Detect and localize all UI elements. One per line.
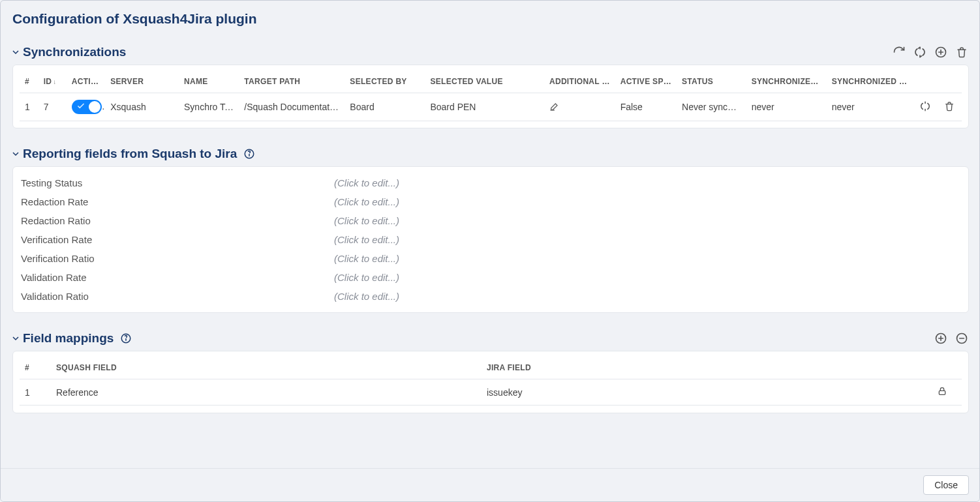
dialog-scroll-area[interactable]: Configuration of Xsquash4Jira plugin Syn… xyxy=(1,1,979,468)
report-value[interactable]: (Click to edit...) xyxy=(334,272,399,283)
report-row[interactable]: Validation Rate(Click to edit...) xyxy=(20,268,962,287)
cell-squash: Label xyxy=(51,406,482,414)
row-sync-button[interactable] xyxy=(919,100,932,112)
sort-down-icon: ↓ xyxy=(53,78,56,85)
col-squash[interactable]: SQUASH FIELD xyxy=(51,358,482,379)
col-active-sprint[interactable]: ACTIVE SPRINT xyxy=(615,72,677,93)
table-header-row: # SQUASH FIELD JIRA FIELD xyxy=(20,358,962,379)
col-selected-by[interactable]: SELECTED BY xyxy=(345,72,425,93)
report-label: Redaction Rate xyxy=(21,196,334,207)
report-row[interactable]: Redaction Rate(Click to edit...) xyxy=(20,192,962,211)
cell-sync-su: never xyxy=(827,93,913,121)
table-row[interactable]: 1 7 Xsquas xyxy=(20,93,962,121)
dialog-footer: Close xyxy=(1,468,979,501)
section-synchronizations: Synchronizations xyxy=(12,45,969,128)
section-header: Field mappings xyxy=(12,331,969,346)
check-icon xyxy=(76,102,85,111)
cell-name: Synchro Test xyxy=(179,93,239,121)
section-mappings: Field mappings xyxy=(12,331,969,413)
col-sync-su[interactable]: SYNCHRONIZED SU... xyxy=(827,72,913,93)
table-row[interactable]: 1 Reference issuekey xyxy=(20,379,962,406)
add-button[interactable] xyxy=(934,331,948,346)
section-reporting: Reporting fields from Squash to Jira Tes… xyxy=(12,147,969,313)
col-status[interactable]: STATUS xyxy=(677,72,746,93)
map-panel: # SQUASH FIELD JIRA FIELD 1 Reference is… xyxy=(12,351,969,413)
activation-toggle[interactable] xyxy=(72,100,102,114)
report-value[interactable]: (Click to edit...) xyxy=(334,234,399,245)
report-label: Verification Rate xyxy=(21,234,334,245)
report-row[interactable]: Verification Rate(Click to edit...) xyxy=(20,230,962,249)
section-header: Reporting fields from Squash to Jira xyxy=(12,147,969,161)
report-value[interactable]: (Click to edit...) xyxy=(334,291,399,302)
cell-selected-value: Board PEN xyxy=(425,93,544,121)
lock-icon xyxy=(936,412,949,413)
cell-sync-on: never xyxy=(746,93,827,121)
col-server[interactable]: SERVER xyxy=(105,72,179,93)
remove-button[interactable] xyxy=(955,331,969,346)
dialog-window: Configuration of Xsquash4Jira plugin Syn… xyxy=(0,0,980,502)
col-jql[interactable]: ADDITIONAL JQL xyxy=(544,72,615,93)
cell-jira: issuekey xyxy=(482,379,930,406)
sync-button[interactable] xyxy=(913,45,927,59)
section-title-wrap[interactable]: Field mappings xyxy=(12,331,132,346)
col-num[interactable]: # xyxy=(20,72,38,93)
cell-server: Xsquash xyxy=(105,93,179,121)
sync-table: # ID↓ ACTIVAT... SERVER NAME TARGET PATH… xyxy=(20,72,962,121)
cell-target: /Squash Documentatio... xyxy=(239,93,345,121)
svg-rect-5 xyxy=(939,391,945,394)
report-value[interactable]: (Click to edit...) xyxy=(334,253,399,264)
map-table: # SQUASH FIELD JIRA FIELD 1 Reference is… xyxy=(20,358,962,413)
map-toolbar xyxy=(934,331,969,346)
cell-active-sprint: False xyxy=(615,93,677,121)
section-title-wrap[interactable]: Reporting fields from Squash to Jira xyxy=(12,147,255,161)
edit-icon[interactable] xyxy=(549,101,560,111)
section-title: Synchronizations xyxy=(23,45,126,59)
report-label: Redaction Ratio xyxy=(21,215,334,226)
refresh-button[interactable] xyxy=(892,45,906,59)
col-id[interactable]: ID↓ xyxy=(38,72,67,93)
col-num[interactable]: # xyxy=(20,358,51,379)
cell-id: 7 xyxy=(38,93,67,121)
report-row[interactable]: Redaction Ratio(Click to edit...) xyxy=(20,211,962,230)
report-label: Testing Status xyxy=(21,177,334,188)
cell-jira: summary xyxy=(482,406,930,414)
cell-squash: Reference xyxy=(51,379,482,406)
cell-jql[interactable] xyxy=(544,93,615,121)
col-sync-on[interactable]: SYNCHRONIZED ON xyxy=(746,72,827,93)
table-row[interactable]: 2 Label summary xyxy=(20,406,962,414)
report-panel: Testing Status(Click to edit...) Redacti… xyxy=(12,166,969,313)
sync-panel: # ID↓ ACTIVAT... SERVER NAME TARGET PATH… xyxy=(12,65,969,128)
section-header: Synchronizations xyxy=(12,45,969,59)
report-row[interactable]: Verification Ratio(Click to edit...) xyxy=(20,249,962,268)
delete-button[interactable] xyxy=(955,45,969,59)
col-target[interactable]: TARGET PATH xyxy=(239,72,345,93)
cell-num: 1 xyxy=(20,93,38,121)
col-selected-value[interactable]: SELECTED VALUE xyxy=(425,72,544,93)
report-label: Validation Rate xyxy=(21,272,334,283)
chevron-down-icon xyxy=(12,151,19,157)
report-value[interactable]: (Click to edit...) xyxy=(334,215,399,226)
report-row[interactable]: Validation Ratio(Click to edit...) xyxy=(20,287,962,306)
row-delete-button[interactable] xyxy=(943,100,956,112)
section-title: Field mappings xyxy=(23,331,114,346)
info-icon[interactable] xyxy=(243,148,255,160)
toggle-knob xyxy=(89,101,100,113)
sync-toolbar xyxy=(892,45,969,59)
cell-selected-by: Board xyxy=(345,93,425,121)
cell-num: 1 xyxy=(20,379,51,406)
col-jira[interactable]: JIRA FIELD xyxy=(482,358,930,379)
section-title: Reporting fields from Squash to Jira xyxy=(23,147,237,161)
report-value[interactable]: (Click to edit...) xyxy=(334,177,399,188)
chevron-down-icon xyxy=(12,49,19,55)
report-row[interactable]: Testing Status(Click to edit...) xyxy=(20,173,962,192)
report-value[interactable]: (Click to edit...) xyxy=(334,196,399,207)
cell-num: 2 xyxy=(20,406,51,414)
page-title: Configuration of Xsquash4Jira plugin xyxy=(12,11,969,27)
col-activation[interactable]: ACTIVAT... xyxy=(67,72,105,93)
add-button[interactable] xyxy=(934,45,948,59)
cell-activation[interactable] xyxy=(67,93,105,121)
info-icon[interactable] xyxy=(120,332,132,344)
close-button[interactable]: Close xyxy=(923,475,969,495)
section-title-wrap[interactable]: Synchronizations xyxy=(12,45,126,59)
col-name[interactable]: NAME xyxy=(179,72,239,93)
